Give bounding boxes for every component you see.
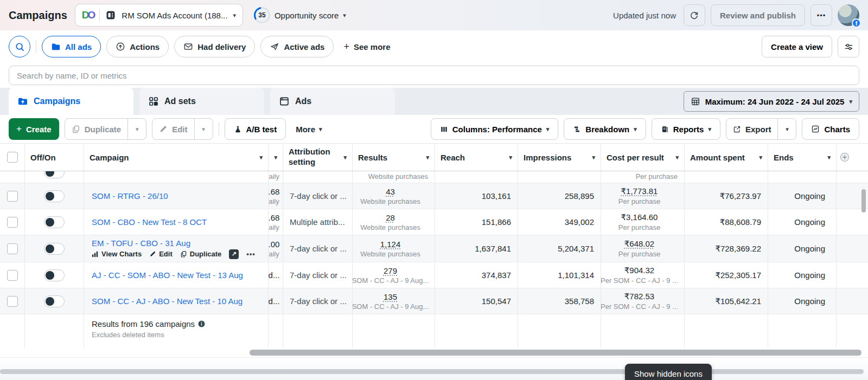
row-checkbox[interactable]	[7, 296, 18, 307]
create-a-view-button[interactable]: Create a view	[762, 36, 832, 57]
chevron-down-icon: ▾	[233, 12, 236, 18]
arrow-ne-icon: ↗	[232, 250, 237, 257]
review-and-publish-button[interactable]: Review and publish	[711, 4, 805, 26]
campaign-toggle[interactable]	[44, 171, 65, 178]
divider	[36, 40, 36, 53]
row-checkbox[interactable]	[7, 191, 18, 202]
attribution-cell: 7-day click or ...	[283, 183, 353, 209]
reach-cell: 150,547	[435, 288, 518, 314]
date-range-selector[interactable]: Maximum: 24 Jun 2022 - 24 Jul 2025 ▾	[684, 91, 859, 112]
ab-test-button[interactable]: A/B test	[225, 118, 286, 140]
impressions-cell: 1,101,314	[518, 262, 601, 288]
refresh-button[interactable]	[684, 4, 705, 26]
col-header-attribution[interactable]: Attribution setting▾	[283, 144, 353, 171]
export-dropdown-button[interactable]: ▾	[777, 119, 796, 139]
calendar-icon	[691, 96, 700, 106]
impressions-cell: 258,895	[518, 183, 601, 209]
campaign-cell: AJ - CC - SOM - ABO - New Test - 13 Aug	[84, 262, 269, 288]
send-icon	[270, 42, 279, 51]
campaign-link[interactable]: SOM - CBO - New Test - 8 OCT	[92, 217, 207, 227]
see-more-button[interactable]: + See more	[339, 41, 394, 53]
edit-dropdown-button[interactable]: ▾	[194, 119, 213, 139]
col-header-results[interactable]: Results▾	[353, 144, 435, 171]
row-checkbox[interactable]	[7, 217, 18, 228]
campaign-toggle[interactable]	[44, 190, 65, 202]
campaign-toggle[interactable]	[44, 216, 65, 228]
col-header-cost-per-result[interactable]: Cost per result▾	[601, 144, 685, 171]
ends-cell: Ongoing	[768, 183, 837, 209]
envelope-icon	[183, 42, 193, 51]
tab-ad-sets[interactable]: Ad sets	[139, 88, 264, 115]
edit-action[interactable]: Edit	[149, 250, 173, 258]
chevron-down-icon: ▾	[136, 126, 139, 132]
export-button[interactable]: Export	[726, 119, 778, 139]
duplicate-action[interactable]: Duplicate	[180, 250, 222, 258]
view-charts-action[interactable]: View Charts	[92, 250, 142, 258]
col-header-amount-spent[interactable]: Amount spent▾	[685, 144, 768, 171]
row-checkbox[interactable]	[7, 270, 18, 281]
attribution-cell: 7-day click or ...	[283, 235, 353, 262]
columns-button[interactable]: Columns: Performance ▾	[431, 118, 559, 140]
filter-pill-all-ads[interactable]: All ads	[42, 36, 101, 57]
tab-campaigns[interactable]: Campaigns	[9, 88, 133, 115]
filter-pill-had-delivery[interactable]: Had delivery	[174, 36, 255, 57]
opportunity-score[interactable]: 35 Opportunity score ▾	[254, 7, 346, 23]
results-cell: 1,124Website purchases	[353, 235, 435, 262]
ends-cell: Ongoing	[768, 262, 837, 288]
taskbar-tooltip: Show hidden icons	[625, 364, 712, 380]
chevron-down-icon: ▾	[786, 126, 789, 132]
col-header-campaign[interactable]: Campaign▾	[84, 144, 269, 171]
campaign-toggle[interactable]	[44, 295, 65, 307]
horizontal-scrollbar-thumb[interactable]	[250, 350, 861, 356]
amount-spent-cell	[685, 171, 768, 183]
impressions-cell: 5,204,371	[518, 235, 601, 262]
export-icon	[733, 125, 741, 133]
row-more-action[interactable]: •••	[246, 250, 256, 258]
account-name: RM SOM Ads Account (188...	[122, 11, 227, 20]
vertical-scrollbar-thumb[interactable]	[861, 189, 866, 212]
campaign-cell: SOM - CC - AJ - ABO - New Test - 10 Aug	[84, 288, 269, 314]
more-options-button[interactable]: •••	[810, 4, 832, 26]
amount-spent-cell: ₹728,369.22	[685, 235, 768, 262]
add-column-icon[interactable]	[840, 152, 850, 162]
search-bar-row	[0, 63, 868, 88]
select-all-checkbox[interactable]	[7, 152, 18, 163]
charts-button[interactable]: Charts	[802, 118, 859, 140]
campaign-toggle[interactable]	[44, 269, 65, 281]
more-menu-button[interactable]: More ▾	[291, 125, 326, 134]
duplicate-button[interactable]: Duplicate	[65, 119, 128, 139]
campaign-link[interactable]: EM - TOFU - CBO - 31 Aug	[92, 239, 256, 248]
duplicate-dropdown-button[interactable]: ▾	[127, 119, 146, 139]
search-filter-button[interactable]	[9, 36, 30, 57]
filter-pill-active-ads[interactable]: Active ads	[260, 36, 334, 57]
window-scrollbar-thumb[interactable]	[0, 369, 864, 374]
campaign-toggle[interactable]	[44, 243, 65, 255]
search-input[interactable]	[9, 66, 859, 85]
campaign-link[interactable]: SOM - RTRG - 26/10	[92, 191, 168, 201]
table-row: AJ - CC - SOM - ABO - New Test - 13 Aug …	[0, 262, 868, 288]
filter-pill-actions[interactable]: Actions	[106, 36, 169, 57]
create-button[interactable]: + Create	[9, 118, 59, 140]
chevron-down-icon: ▾	[202, 126, 205, 132]
breakdown-button[interactable]: Breakdown ▾	[564, 118, 646, 140]
avatar[interactable]: f	[838, 4, 859, 26]
row-checkbox[interactable]	[7, 243, 18, 254]
campaign-link[interactable]: SOM - CC - AJ - ABO - New Test - 10 Aug	[92, 297, 242, 306]
budget-cell: aily	[269, 171, 283, 183]
sort-caret-icon: ▾	[592, 154, 595, 160]
edit-button[interactable]: Edit	[152, 119, 194, 139]
cost-cell: ₹3,164.60Per purchase	[601, 209, 685, 235]
col-header-budget-truncated[interactable]: ▾	[269, 144, 283, 171]
summary-note: Excludes deleted items	[92, 331, 268, 339]
toggle-cell	[25, 262, 84, 288]
info-icon[interactable]	[198, 320, 205, 327]
open-preview-action[interactable]: ↗	[229, 249, 239, 259]
tab-ads[interactable]: Ads	[270, 88, 395, 115]
col-header-impressions[interactable]: Impressions▾	[518, 144, 601, 171]
campaign-link[interactable]: AJ - CC - SOM - ABO - New Test - 13 Aug	[92, 270, 243, 280]
view-settings-button[interactable]	[838, 36, 859, 57]
reports-button[interactable]: Reports ▾	[652, 118, 720, 140]
col-header-reach[interactable]: Reach▾	[435, 144, 518, 171]
col-header-ends[interactable]: Ends▾	[768, 144, 837, 171]
account-selector[interactable]: DO RM SOM Ads Account (188... ▾	[75, 4, 243, 27]
